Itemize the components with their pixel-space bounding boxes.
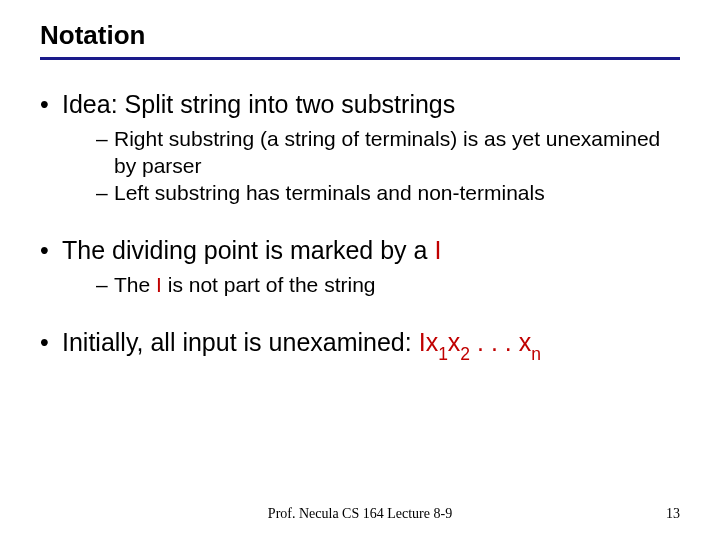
- bullet-1-sub-2: Left substring has terminals and non-ter…: [96, 179, 680, 206]
- bullet-2-sub-1-post: is not part of the string: [162, 273, 376, 296]
- bullet-1-sub: Right substring (a string of terminals) …: [62, 125, 680, 207]
- bullet-2-sub: The I is not part of the string: [62, 271, 680, 298]
- slide: Notation Idea: Split string into two sub…: [0, 0, 720, 540]
- x2-sub: 2: [460, 344, 470, 364]
- bullet-2-sub-1-pre: The: [114, 273, 156, 296]
- bullet-2-sub-1: The I is not part of the string: [96, 271, 680, 298]
- page-number: 13: [666, 506, 680, 522]
- bullet-2-pre: The dividing point is marked by a: [62, 236, 434, 264]
- bullet-1-sub-1: Right substring (a string of terminals) …: [96, 125, 680, 180]
- footer: Prof. Necula CS 164 Lecture 8-9 13: [40, 506, 680, 522]
- slide-title: Notation: [40, 20, 680, 51]
- title-rule: [40, 57, 680, 60]
- xn-base: x: [519, 328, 532, 356]
- bullet-1: Idea: Split string into two substrings R…: [40, 88, 680, 206]
- footer-center: Prof. Necula CS 164 Lecture 8-9: [40, 506, 680, 522]
- x2-base: x: [448, 328, 461, 356]
- marker-icon: I: [419, 328, 426, 356]
- xn-sub: n: [531, 344, 541, 364]
- bullet-3: Initially, all input is unexamined: Ix1x…: [40, 326, 680, 363]
- bullet-3-pre: Initially, all input is unexamined:: [62, 328, 419, 356]
- bullet-1-text: Idea: Split string into two substrings: [62, 90, 455, 118]
- x1-base: x: [426, 328, 439, 356]
- bullet-2: The dividing point is marked by a I The …: [40, 234, 680, 298]
- x1-sub: 1: [438, 344, 448, 364]
- x2: x2: [448, 328, 470, 356]
- dots: . . .: [470, 328, 519, 356]
- xn: xn: [519, 328, 541, 356]
- marker-icon: I: [434, 236, 441, 264]
- bullet-list: Idea: Split string into two substrings R…: [40, 88, 680, 363]
- x1: x1: [426, 328, 448, 356]
